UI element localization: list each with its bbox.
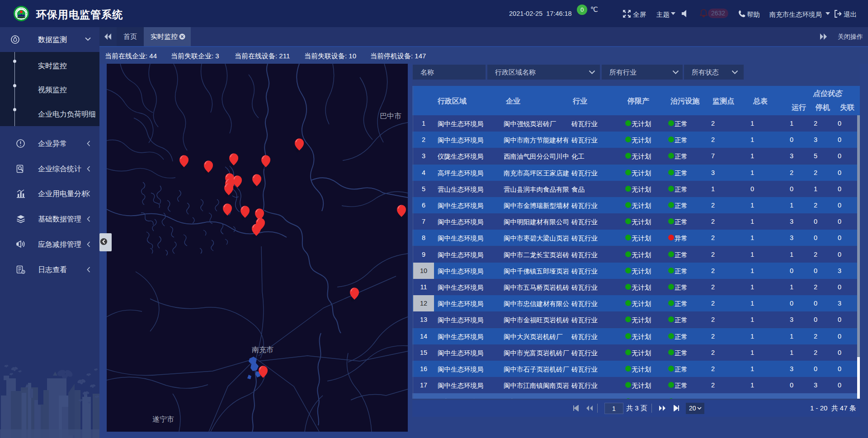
svg-text:遂宁市: 遂宁市 [152,415,174,423]
svg-text:南充市: 南充市 [252,346,274,353]
svg-text:巴中市: 巴中市 [380,112,401,120]
